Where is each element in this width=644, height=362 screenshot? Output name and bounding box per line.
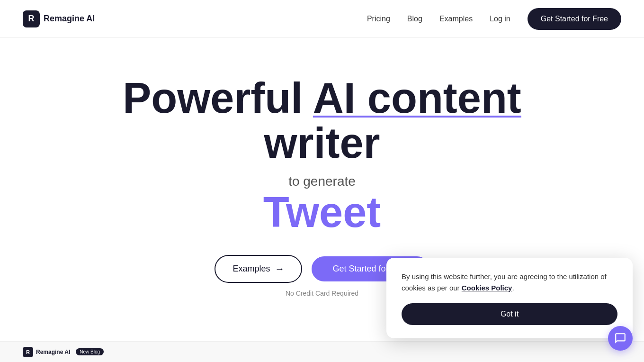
hero-title-prefix: Powerful — [123, 74, 303, 122]
nav-examples[interactable]: Examples — [439, 15, 473, 23]
cookie-text: By using this website further, you are a… — [402, 271, 617, 294]
chat-bubble-button[interactable] — [608, 326, 633, 351]
navbar: R Remagine AI Pricing Blog Examples Log … — [0, 0, 644, 38]
nav-links: Pricing Blog Examples Log in Get Started… — [367, 8, 621, 30]
hero-subtitle: to generate — [288, 174, 356, 189]
hero-title: Powerful AI content writer — [123, 76, 521, 165]
strip-logo-text: Remagine AI — [36, 349, 70, 355]
strip-badge: New Blog — [76, 348, 104, 355]
logo-icon: R — [23, 10, 40, 27]
strip-logo: R Remagine AI — [23, 347, 70, 357]
arrow-icon: → — [275, 263, 284, 274]
examples-button[interactable]: Examples → — [215, 255, 302, 283]
hero-note: No Credit Card Required — [286, 290, 358, 297]
hero-title-highlight: AI content — [313, 74, 521, 122]
strip-logo-letter: R — [26, 349, 30, 355]
nav-blog[interactable]: Blog — [407, 15, 422, 23]
cookie-accept-button[interactable]: Got it — [402, 303, 617, 325]
nav-login[interactable]: Log in — [490, 15, 510, 23]
nav-get-started-button[interactable]: Get Started for Free — [528, 8, 621, 30]
cookie-banner: By using this website further, you are a… — [386, 258, 633, 338]
logo-letter: R — [28, 14, 35, 24]
bottom-strip: R Remagine AI New Blog — [0, 341, 644, 362]
strip-logo-icon: R — [23, 347, 33, 357]
nav-pricing[interactable]: Pricing — [367, 15, 390, 23]
cookie-policy-link[interactable]: Cookies Policy — [462, 284, 512, 292]
logo-text: Remagine AI — [44, 14, 95, 24]
logo-link[interactable]: R Remagine AI — [23, 10, 95, 27]
chat-icon — [614, 332, 626, 344]
hero-title-writer: writer — [264, 119, 380, 167]
hero-dynamic-word: Tweet — [263, 189, 381, 236]
